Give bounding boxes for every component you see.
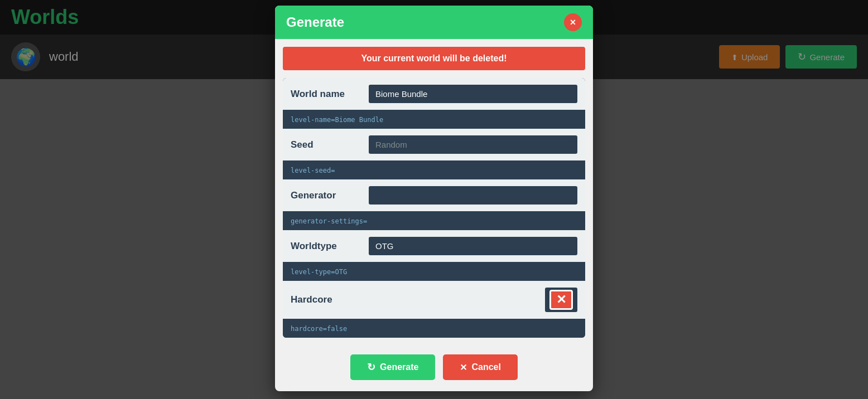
hardcore-checkbox-wrap: ✕ (545, 288, 577, 312)
generator-hint-row: generator-settings= (283, 212, 585, 230)
modal-cancel-label: Cancel (471, 362, 500, 372)
world-name-input[interactable] (369, 85, 577, 103)
hardcore-checkbox[interactable]: ✕ (549, 290, 573, 310)
worldtype-hint: level-type=OTG (291, 268, 347, 276)
modal-close-button[interactable]: × (564, 13, 582, 31)
world-name-hint: level-name=Biome Bundle (291, 116, 383, 124)
modal-warning-banner: Your current world will be deleted! (283, 47, 585, 70)
seed-hint: level-seed= (291, 167, 335, 174)
worldtype-row: Worldtype (283, 230, 585, 263)
modal-form: World name level-name=Biome Bundle Seed … (283, 78, 585, 338)
world-name-hint-row: level-name=Biome Bundle (283, 111, 585, 129)
generator-row: Generator (283, 179, 585, 212)
generator-field-label: Generator (291, 190, 363, 201)
hardcore-check-area: ✕ (369, 288, 577, 312)
worldtype-field-label: Worldtype (291, 241, 363, 252)
worldtype-hint-row: level-type=OTG (283, 263, 585, 281)
modal-cancel-button[interactable]: Cancel (443, 354, 517, 380)
modal-overlay: Generate × Your current world will be de… (0, 0, 868, 399)
hardcore-hint-row: hardcore=false (283, 320, 585, 338)
modal-header: Generate × (275, 6, 593, 39)
seed-field-label: Seed (291, 139, 363, 150)
seed-hint-row: level-seed= (283, 162, 585, 179)
modal-generate-label: Generate (380, 362, 418, 372)
modal-generate-icon (367, 361, 375, 373)
close-icon: × (570, 17, 576, 28)
worldtype-input[interactable] (369, 237, 577, 255)
modal-footer: Generate Cancel (275, 346, 593, 391)
modal-cancel-icon (460, 362, 467, 373)
generator-input[interactable] (369, 186, 577, 205)
seed-input[interactable] (369, 135, 577, 154)
hardcore-field-label: Hardcore (291, 294, 363, 305)
seed-row: Seed (283, 129, 585, 162)
world-name-row: World name (283, 78, 585, 111)
world-name-field-label: World name (291, 89, 363, 100)
hardcore-hint: hardcore=false (291, 325, 347, 333)
hardcore-row: Hardcore ✕ (283, 281, 585, 320)
modal-title: Generate (286, 14, 344, 30)
generate-modal: Generate × Your current world will be de… (275, 6, 593, 391)
modal-generate-button[interactable]: Generate (350, 354, 435, 380)
generator-hint: generator-settings= (291, 217, 367, 225)
